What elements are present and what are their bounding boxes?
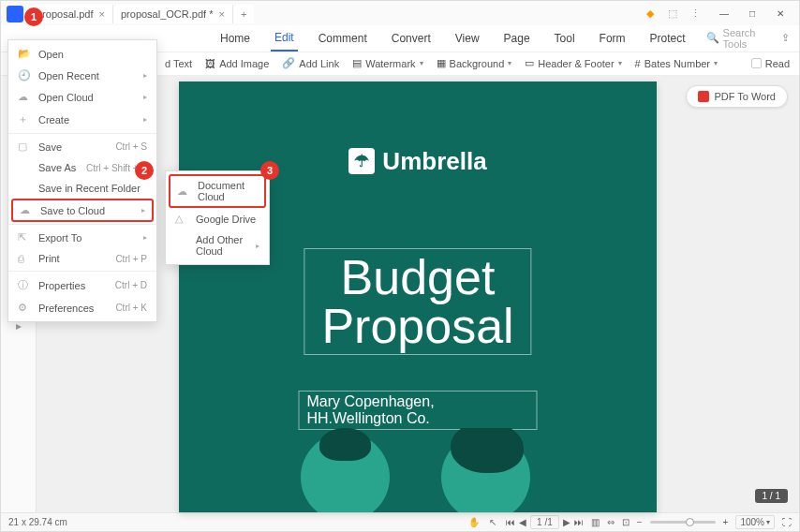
bates-icon: # — [635, 58, 641, 69]
zoom-slider[interactable] — [650, 521, 716, 524]
read-mode-toggle[interactable]: Read — [751, 58, 790, 69]
add-link-button[interactable]: 🔗 Add Link — [282, 57, 339, 69]
gear-icon: ⚙ — [18, 302, 31, 314]
save-icon: ▢ — [18, 140, 31, 153]
select-tool-icon[interactable]: ↖ — [489, 517, 496, 527]
hand-tool-icon[interactable]: ✋ — [468, 517, 480, 527]
menu-tool[interactable]: Tool — [551, 26, 579, 51]
menu-open[interactable]: 📂Open — [8, 43, 156, 65]
menu-save-recent-folder[interactable]: Save in Recent Folder — [8, 178, 156, 199]
pdf-page: ☂ Umbrella Budget Proposal Mary Copenhag… — [179, 81, 657, 512]
bates-number-button[interactable]: # Bates Number ▾ — [635, 58, 718, 69]
tab-proposal-ocr[interactable]: proposal_OCR.pdf * × — [113, 5, 233, 23]
pdf-icon — [698, 91, 709, 102]
shortcut: Ctrl + P — [115, 254, 147, 264]
menu-open-recent[interactable]: 🕘Open Recent▸ — [8, 65, 156, 86]
search-tools[interactable]: 🔍 Search Tools — [706, 27, 756, 50]
subtitle-text: Mary Copenhagen, HH.Wellington Co. — [307, 393, 529, 427]
statusbar: 21 x 29.74 cm ✋ ↖ ⏮ ◀ 1 /1 ▶ ⏭ ▥ ⇔ ⊡ − +… — [1, 512, 799, 531]
titlebar: proposal.pdf × proposal_OCR.pdf * × + ◆ … — [1, 1, 799, 27]
edit-text-label: d Text — [165, 58, 192, 69]
background-button[interactable]: ▦ Background ▾ — [437, 57, 512, 69]
menu-print[interactable]: ⎙PrintCtrl + P — [8, 248, 156, 269]
fit-page-icon[interactable]: ⊡ — [622, 517, 630, 527]
premium-icon[interactable]: ◆ — [642, 6, 659, 22]
zoom-level-field[interactable]: 100% ▾ — [735, 515, 775, 529]
submenu-google-drive[interactable]: △Google Drive — [166, 208, 269, 229]
zoom-out-button[interactable]: − — [637, 517, 643, 527]
pdf-to-word-button[interactable]: PDF To Word — [686, 85, 788, 108]
cloud-icon: ☁ — [177, 185, 190, 198]
menu-save[interactable]: ▢SaveCtrl + S — [8, 136, 156, 157]
app-logo — [7, 6, 23, 22]
zoom-in-button[interactable]: + — [723, 517, 729, 527]
pdf-to-word-label: PDF To Word — [714, 91, 776, 102]
fullscreen-icon[interactable]: ⛶ — [782, 517, 792, 527]
menu-comment[interactable]: Comment — [315, 26, 371, 51]
chevron-down-icon: ▾ — [766, 518, 770, 526]
bates-label: Bates Number — [644, 58, 710, 69]
layout-icon[interactable]: ▥ — [591, 517, 600, 527]
menu-protect[interactable]: Protect — [646, 26, 689, 51]
chevron-right-icon: ▸ — [143, 71, 147, 80]
add-link-label: Add Link — [299, 58, 339, 69]
brand-name: Umbrella — [382, 147, 486, 176]
menu-create[interactable]: ＋Create▸ — [8, 108, 156, 131]
chevron-down-icon: ▾ — [618, 59, 622, 67]
launch-icon[interactable]: ⬚ — [664, 6, 681, 22]
close-window-button[interactable]: ✕ — [767, 5, 793, 23]
chevron-right-icon: ▸ — [141, 206, 145, 214]
first-page-button[interactable]: ⏮ — [506, 517, 515, 527]
menu-home[interactable]: Home — [216, 26, 254, 51]
header-footer-button[interactable]: ▭ Header & Footer ▾ — [525, 57, 621, 69]
add-image-label: Add Image — [219, 58, 269, 69]
page-indicator-badge: 1 / 1 — [755, 489, 788, 503]
edit-text-button[interactable]: d Text — [165, 58, 192, 69]
annotation-badge-3: 3 — [260, 161, 279, 180]
add-image-button[interactable]: 🖼 Add Image — [205, 58, 269, 69]
add-tab-button[interactable]: + — [233, 5, 254, 23]
menu-edit[interactable]: Edit — [271, 25, 298, 52]
shortcut: Ctrl + S — [115, 141, 147, 152]
illustration — [179, 428, 657, 512]
close-icon[interactable]: × — [218, 8, 224, 20]
page-nav: ⏮ ◀ 1 /1 ▶ ⏭ — [506, 515, 584, 529]
menu-view[interactable]: View — [452, 26, 483, 51]
submenu-add-other-cloud[interactable]: Add Other Cloud▸ — [166, 229, 269, 261]
page-number-field[interactable]: 1 /1 — [530, 515, 559, 529]
last-page-button[interactable]: ⏭ — [574, 517, 584, 527]
subtitle-text-box[interactable]: Mary Copenhagen, HH.Wellington Co. — [299, 391, 538, 430]
prev-page-button[interactable]: ◀ — [519, 517, 526, 527]
maximize-button[interactable]: □ — [739, 5, 765, 23]
menu-form[interactable]: Form — [596, 26, 630, 51]
export-icon: ⇱ — [18, 231, 31, 244]
menu-save-to-cloud[interactable]: ☁Save to Cloud▸ — [11, 199, 154, 222]
annotation-badge-2: 2 — [135, 161, 154, 180]
zoom-value: 100% — [740, 517, 764, 527]
share-icon[interactable]: ⇪ — [781, 30, 790, 47]
menu-preferences[interactable]: ⚙PreferencesCtrl + K — [8, 297, 156, 318]
print-icon: ⎙ — [18, 253, 31, 264]
more-icon[interactable]: ⋮ — [687, 6, 704, 22]
menu-export-to[interactable]: ⇱Export To▸ — [8, 227, 156, 248]
close-icon[interactable]: × — [99, 8, 105, 20]
submenu-document-cloud[interactable]: ☁Document Cloud — [169, 174, 266, 208]
page-dimensions: 21 x 29.74 cm — [8, 517, 461, 527]
menu-convert[interactable]: Convert — [388, 26, 435, 51]
minimize-button[interactable]: — — [711, 5, 737, 23]
chevron-right-icon: ▸ — [256, 242, 259, 250]
menu-open-cloud[interactable]: ☁Open Cloud▸ — [8, 86, 156, 108]
menu-page[interactable]: Page — [500, 26, 534, 51]
fit-width-icon[interactable]: ⇔ — [607, 517, 615, 527]
title-text-box[interactable]: Budget Proposal — [304, 248, 531, 355]
watermark-icon: ▤ — [352, 57, 362, 69]
background-label: Background — [450, 58, 505, 69]
annotation-badge-1: 1 — [24, 7, 43, 26]
next-page-button[interactable]: ▶ — [563, 517, 570, 527]
create-icon: ＋ — [18, 112, 31, 126]
watermark-button[interactable]: ▤ Watermark ▾ — [352, 57, 422, 69]
menu-properties[interactable]: ⓘPropertiesCtrl + D — [8, 273, 156, 297]
chevron-right-icon: ▸ — [143, 233, 147, 242]
cloud-icon: ☁ — [18, 91, 31, 103]
brand-logo-icon: ☂ — [348, 148, 375, 174]
